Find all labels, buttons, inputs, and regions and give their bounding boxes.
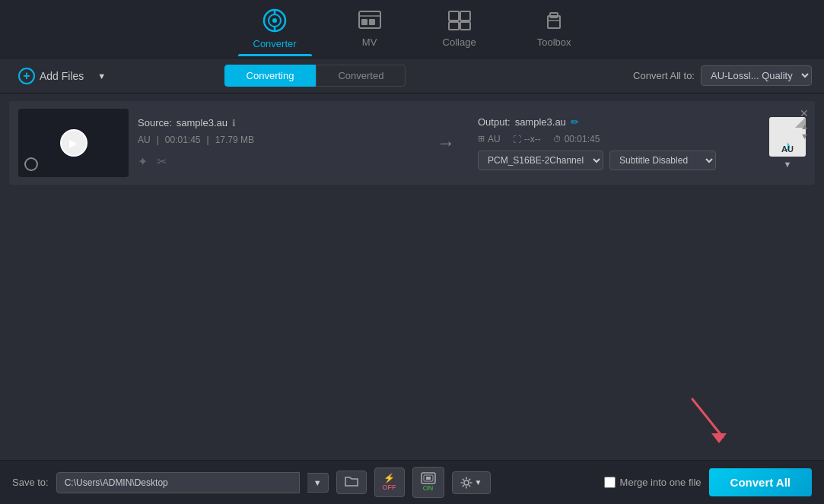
output-label: Output: bbox=[478, 116, 511, 128]
toolbar: + Add Files ▼ Converting Converted Conve… bbox=[0, 59, 824, 94]
file-icon-label: AU bbox=[781, 144, 794, 157]
play-button[interactable]: ▶ bbox=[60, 129, 87, 157]
action-icons: ✦ ✂ bbox=[138, 154, 414, 169]
tab-group: Converting Converted bbox=[224, 65, 406, 87]
converter-icon bbox=[262, 8, 287, 35]
boost-button[interactable]: ⚡ OFF bbox=[374, 468, 405, 497]
hw-on-label: ON bbox=[423, 484, 434, 493]
svg-point-2 bbox=[272, 18, 277, 23]
nav-item-collage[interactable]: Collage bbox=[428, 4, 492, 54]
nav-item-converter[interactable]: Converter bbox=[238, 2, 312, 55]
add-files-dropdown-button[interactable]: ▼ bbox=[96, 68, 107, 84]
audio-codec-dropdown[interactable]: PCM_S16BE-2Channel bbox=[478, 151, 603, 170]
merge-label: Merge into one file bbox=[620, 477, 702, 488]
source-label: Source: bbox=[138, 117, 172, 128]
nav-arrows: ▲ ▼ bbox=[800, 122, 809, 141]
svg-rect-10 bbox=[460, 11, 470, 21]
add-files-label: Add Files bbox=[40, 70, 84, 82]
hardware-acceleration-button[interactable]: ON bbox=[412, 467, 444, 498]
svg-line-16 bbox=[692, 399, 723, 437]
nav-label-mv: MV bbox=[362, 36, 377, 48]
svg-point-21 bbox=[464, 480, 469, 485]
bottom-bar: Save to: ▼ ⚡ OFF ON ▼ Merge into one fil… bbox=[0, 460, 824, 504]
svg-rect-8 bbox=[369, 19, 375, 25]
meta-separator1: | bbox=[157, 135, 159, 145]
nav-item-toolbox[interactable]: Toolbox bbox=[522, 4, 587, 54]
out-resolution-icon: ⛶ bbox=[513, 135, 521, 144]
out-format-icon: ⊞ bbox=[478, 134, 485, 144]
merge-checkbox[interactable] bbox=[604, 477, 616, 488]
small-circle-indicator bbox=[24, 157, 38, 171]
open-folder-button[interactable] bbox=[336, 471, 367, 494]
out-resolution-value: --x-- bbox=[524, 134, 541, 144]
nav-label-converter: Converter bbox=[253, 38, 297, 49]
merge-checkbox-area: Merge into one file bbox=[604, 477, 702, 488]
out-format-item: ⊞ AU bbox=[478, 134, 501, 144]
main-content: ▶ Source: sample3.au ℹ AU | 00:01:45 | 1… bbox=[0, 101, 824, 185]
info-icon[interactable]: ℹ bbox=[232, 118, 236, 128]
convert-all-to: Convert All to: AU-Lossl... Quality bbox=[633, 65, 812, 86]
subtitle-dropdown[interactable]: Subtitle Disabled bbox=[609, 151, 716, 170]
out-duration-item: ⏱ 00:01:45 bbox=[553, 134, 600, 144]
boost-icon: ⚡ bbox=[383, 473, 395, 483]
convert-all-to-label: Convert All to: bbox=[633, 70, 695, 81]
source-info: Source: sample3.au ℹ AU | 00:01:45 | 17.… bbox=[138, 117, 414, 169]
boost-off-label: OFF bbox=[383, 483, 396, 492]
tab-converting[interactable]: Converting bbox=[224, 65, 317, 87]
output-icon-dropdown-arrow[interactable]: ▼ bbox=[784, 160, 792, 169]
output-section: Output: sample3.au ✏ ⊞ AU ⛶ --x-- ⏱ 00:0… bbox=[478, 116, 754, 170]
quality-dropdown[interactable]: AU-Lossl... Quality bbox=[701, 65, 812, 86]
meta-separator2: | bbox=[207, 135, 209, 145]
output-name-row: Output: sample3.au ✏ bbox=[478, 116, 754, 128]
tab-converted[interactable]: Converted bbox=[316, 65, 406, 87]
cut-icon[interactable]: ✂ bbox=[157, 154, 167, 169]
thumbnail: ▶ bbox=[18, 109, 129, 177]
svg-rect-9 bbox=[449, 11, 459, 21]
sparkle-icon[interactable]: ✦ bbox=[138, 154, 148, 169]
mv-icon bbox=[358, 10, 382, 33]
cursor-arrow bbox=[685, 391, 730, 455]
top-nav: Converter MV Collage bbox=[0, 0, 824, 59]
convert-all-button[interactable]: Convert All bbox=[709, 468, 812, 496]
output-dropdowns: PCM_S16BE-2Channel Subtitle Disabled bbox=[478, 151, 754, 170]
source-filename: sample3.au bbox=[177, 117, 227, 128]
file-item: ▶ Source: sample3.au ℹ AU | 00:01:45 | 1… bbox=[9, 101, 815, 185]
toolbox-icon bbox=[542, 10, 566, 33]
svg-rect-20 bbox=[426, 477, 431, 480]
output-meta: ⊞ AU ⛶ --x-- ⏱ 00:01:45 bbox=[478, 134, 754, 144]
source-name-row: Source: sample3.au ℹ bbox=[138, 117, 414, 128]
arrow-container: → bbox=[423, 132, 469, 154]
close-button[interactable]: ✕ bbox=[800, 107, 809, 119]
edit-icon[interactable]: ✏ bbox=[571, 116, 579, 128]
out-format-value: AU bbox=[488, 134, 501, 144]
save-path-input[interactable] bbox=[56, 472, 300, 493]
move-down-button[interactable]: ▼ bbox=[800, 132, 809, 141]
path-dropdown-button[interactable]: ▼ bbox=[307, 473, 329, 493]
settings-button[interactable]: ▼ bbox=[452, 471, 491, 494]
out-duration-icon: ⏱ bbox=[553, 135, 562, 144]
plus-icon: + bbox=[18, 68, 35, 84]
nav-label-toolbox: Toolbox bbox=[537, 36, 571, 48]
svg-marker-17 bbox=[711, 433, 727, 443]
output-filename: sample3.au bbox=[515, 116, 566, 128]
svg-rect-7 bbox=[361, 19, 367, 25]
convert-arrow-icon: → bbox=[437, 132, 455, 154]
collage-icon bbox=[447, 10, 472, 33]
nav-item-mv[interactable]: MV bbox=[342, 4, 397, 54]
add-files-button[interactable]: + Add Files bbox=[12, 65, 90, 87]
out-resolution-item: ⛶ --x-- bbox=[513, 134, 541, 144]
size-value: 17.79 MB bbox=[215, 135, 254, 145]
out-duration-value: 00:01:45 bbox=[565, 134, 600, 144]
format-label: AU bbox=[138, 135, 151, 145]
move-up-button[interactable]: ▲ bbox=[800, 122, 809, 131]
svg-rect-11 bbox=[449, 22, 459, 30]
duration-value: 00:01:45 bbox=[165, 135, 201, 145]
save-to-label: Save to: bbox=[12, 477, 49, 488]
svg-rect-12 bbox=[460, 22, 470, 30]
nav-label-collage: Collage bbox=[443, 36, 476, 48]
settings-dropdown-arrow: ▼ bbox=[475, 478, 482, 487]
file-meta: AU | 00:01:45 | 17.79 MB bbox=[138, 135, 414, 145]
